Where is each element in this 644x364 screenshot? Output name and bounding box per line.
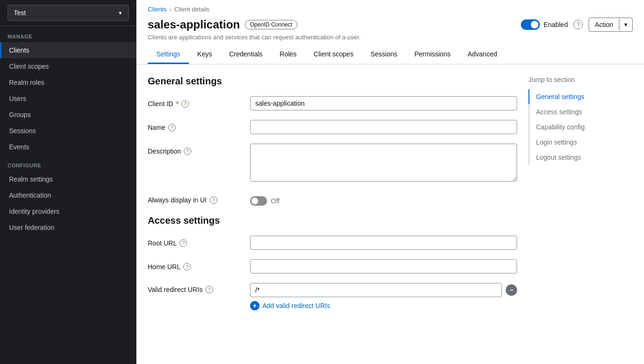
name-row: Name ? bbox=[148, 120, 517, 134]
always-display-label: Always display in UI ? bbox=[148, 192, 242, 204]
description-row: Description ? bbox=[148, 144, 517, 183]
tab-sessions[interactable]: Sessions bbox=[362, 46, 406, 64]
page-title-row: sales-application OpenID Connect Enabled… bbox=[148, 18, 633, 32]
tab-roles[interactable]: Roles bbox=[271, 46, 305, 64]
root-url-input-wrap bbox=[250, 236, 517, 250]
valid-redirect-uris-wrap: − + Add valid redirect URIs bbox=[250, 283, 517, 310]
valid-redirect-uris-row: Valid redirect URIs ? − + Add valid redi… bbox=[148, 283, 517, 310]
jump-link-login[interactable]: Login settings bbox=[528, 135, 633, 150]
sidebar-item-groups[interactable]: Groups bbox=[0, 107, 136, 123]
tab-permissions[interactable]: Permissions bbox=[406, 46, 459, 64]
realm-selector-label: Test bbox=[14, 9, 26, 17]
home-url-row: Home URL ? bbox=[148, 259, 517, 273]
required-marker: * bbox=[176, 100, 179, 108]
jump-title: Jump to section bbox=[528, 76, 633, 83]
jump-links: General settings Access settings Capabil… bbox=[528, 89, 633, 165]
sidebar-item-users[interactable]: Users bbox=[0, 91, 136, 107]
home-url-label: Home URL ? bbox=[148, 259, 242, 271]
main-content: Clients › Client details sales-applicati… bbox=[136, 0, 644, 364]
page-title-left: sales-application OpenID Connect bbox=[148, 18, 297, 31]
tab-credentials[interactable]: Credentials bbox=[221, 46, 271, 64]
sidebar-header: Test ▼ bbox=[0, 0, 136, 26]
description-help-icon[interactable]: ? bbox=[184, 147, 191, 155]
action-label: Action bbox=[589, 18, 619, 31]
jump-link-access[interactable]: Access settings bbox=[528, 104, 633, 119]
realm-selector[interactable]: Test ▼ bbox=[8, 5, 129, 21]
tab-keys[interactable]: Keys bbox=[189, 46, 221, 64]
jump-to-section: Jump to section General settings Access … bbox=[528, 76, 633, 353]
always-display-row: Always display in UI ? Off bbox=[148, 192, 517, 206]
home-url-help-icon[interactable]: ? bbox=[183, 263, 191, 271]
client-id-help-icon[interactable]: ? bbox=[181, 100, 189, 108]
breadcrumb: Clients › Client details bbox=[148, 6, 633, 13]
name-help-icon[interactable]: ? bbox=[168, 124, 176, 131]
valid-redirect-uris-help-icon[interactable]: ? bbox=[206, 286, 213, 293]
valid-redirect-uris-label: Valid redirect URIs ? bbox=[148, 283, 242, 293]
uri-input[interactable] bbox=[250, 283, 502, 297]
tab-client-scopes[interactable]: Client scopes bbox=[305, 46, 362, 64]
uri-remove-button[interactable]: − bbox=[506, 284, 517, 296]
add-valid-redirect-uri-button[interactable]: + Add valid redirect URIs bbox=[250, 301, 517, 310]
sidebar-item-authentication[interactable]: Authentication bbox=[0, 187, 136, 203]
home-url-input-wrap bbox=[250, 259, 517, 273]
sidebar-item-sessions[interactable]: Sessions bbox=[0, 123, 136, 139]
breadcrumb-separator: › bbox=[170, 6, 171, 13]
always-display-toggle[interactable] bbox=[250, 196, 267, 206]
oidc-badge: OpenID Connect bbox=[245, 20, 297, 29]
client-id-label: Client ID * ? bbox=[148, 96, 242, 108]
root-url-help-icon[interactable]: ? bbox=[179, 239, 187, 247]
tabs: Settings Keys Credentials Roles Client s… bbox=[148, 46, 633, 64]
home-url-input[interactable] bbox=[250, 259, 517, 273]
tab-advanced[interactable]: Advanced bbox=[459, 46, 505, 64]
sidebar-item-user-federation[interactable]: User federation bbox=[0, 219, 136, 236]
enabled-toggle[interactable] bbox=[521, 19, 540, 30]
enabled-toggle-row: Enabled bbox=[521, 19, 568, 30]
page-title: sales-application bbox=[148, 18, 240, 31]
jump-link-logout[interactable]: Logout settings bbox=[528, 150, 633, 165]
always-display-help-icon[interactable]: ? bbox=[210, 196, 217, 204]
description-input-wrap bbox=[250, 144, 517, 183]
access-settings-title: Access settings bbox=[148, 215, 517, 226]
name-input-wrap bbox=[250, 120, 517, 134]
sidebar-item-clients[interactable]: Clients bbox=[0, 42, 136, 58]
client-id-row: Client ID * ? bbox=[148, 96, 517, 110]
help-icon[interactable]: ? bbox=[573, 20, 583, 29]
jump-link-general[interactable]: General settings bbox=[528, 89, 633, 104]
sidebar-section-manage: Manage bbox=[0, 26, 136, 42]
chevron-down-icon: ▼ bbox=[118, 10, 123, 16]
breadcrumb-parent[interactable]: Clients bbox=[148, 6, 167, 13]
always-display-toggle-wrap: Off bbox=[250, 192, 517, 206]
jump-link-capability[interactable]: Capability config bbox=[528, 119, 633, 135]
add-uri-label: Add valid redirect URIs bbox=[262, 302, 330, 309]
name-input[interactable] bbox=[250, 120, 517, 134]
always-display-off-label: Off bbox=[271, 197, 279, 205]
sidebar-item-client-scopes[interactable]: Client scopes bbox=[0, 58, 136, 74]
description-input[interactable] bbox=[250, 144, 517, 182]
page-title-right: Enabled ? Action ▼ bbox=[521, 18, 633, 32]
page-subtitle: Clients are applications and services th… bbox=[148, 34, 633, 41]
plus-icon: + bbox=[250, 301, 259, 310]
sidebar-item-realm-settings[interactable]: Realm settings bbox=[0, 171, 136, 187]
root-url-label: Root URL ? bbox=[148, 236, 242, 247]
name-label: Name ? bbox=[148, 120, 242, 131]
root-url-input[interactable] bbox=[250, 236, 517, 250]
content-area: General settings Client ID * ? Name ? bbox=[136, 64, 644, 364]
action-chevron-icon: ▼ bbox=[619, 19, 632, 30]
client-id-input[interactable] bbox=[250, 96, 517, 110]
tab-settings[interactable]: Settings bbox=[148, 46, 189, 64]
uri-row: − bbox=[250, 283, 517, 297]
sidebar-item-identity-providers[interactable]: Identity providers bbox=[0, 203, 136, 219]
root-url-row: Root URL ? bbox=[148, 236, 517, 250]
description-label: Description ? bbox=[148, 144, 242, 155]
sidebar: Test ▼ Manage Clients Client scopes Real… bbox=[0, 0, 136, 364]
action-dropdown[interactable]: Action ▼ bbox=[589, 18, 633, 32]
topbar: Clients › Client details sales-applicati… bbox=[136, 0, 644, 64]
sidebar-item-events[interactable]: Events bbox=[0, 139, 136, 155]
client-id-input-wrap bbox=[250, 96, 517, 110]
sidebar-section-configure: Configure bbox=[0, 155, 136, 171]
content-main: General settings Client ID * ? Name ? bbox=[148, 76, 517, 353]
sidebar-item-realm-roles[interactable]: Realm roles bbox=[0, 74, 136, 91]
enabled-label: Enabled bbox=[544, 21, 568, 28]
breadcrumb-current: Client details bbox=[174, 6, 209, 13]
general-settings-title: General settings bbox=[148, 76, 517, 87]
